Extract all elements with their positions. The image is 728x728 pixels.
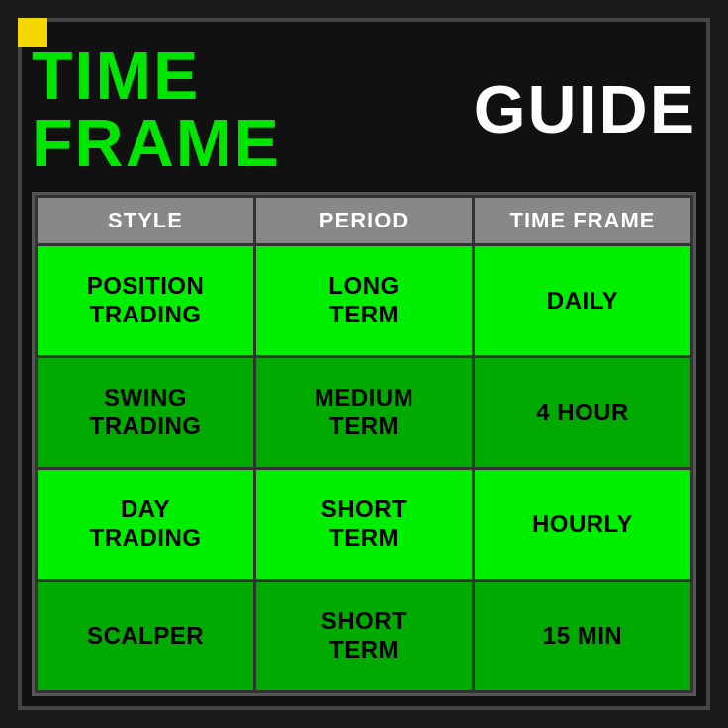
cell-timeframe-2: 4 HOUR [475, 358, 690, 467]
table-row: POSITIONTRADING LONGTERM DAILY [38, 246, 690, 355]
title-row: TIME FRAME GUIDE [32, 32, 696, 184]
cell-style-4: SCALPER [38, 582, 253, 690]
cell-style-1: POSITIONTRADING [38, 246, 253, 355]
main-container: TIME FRAME GUIDE STYLE PERIOD TIME FRAME… [18, 18, 710, 710]
table-row: SCALPER SHORTTERM 15 MIN [38, 582, 690, 690]
cell-style-2: SWINGTRADING [38, 358, 253, 467]
table-row: SWINGTRADING MEDIUMTERM 4 HOUR [38, 358, 690, 467]
title-green: TIME FRAME [32, 42, 458, 176]
cell-period-3: SHORTTERM [256, 470, 472, 579]
cell-period-1: LONGTERM [256, 246, 472, 355]
cell-timeframe-3: HOURLY [475, 470, 690, 579]
title-white: GUIDE [474, 75, 696, 142]
cell-timeframe-1: DAILY [475, 246, 690, 355]
table-body: POSITIONTRADING LONGTERM DAILY SWINGTRAD… [38, 246, 690, 690]
cell-style-3: DAYTRADING [38, 470, 253, 579]
table-wrapper: STYLE PERIOD TIME FRAME POSITIONTRADING … [32, 192, 696, 696]
table-header: STYLE PERIOD TIME FRAME [38, 198, 690, 243]
header-timeframe: TIME FRAME [475, 198, 690, 243]
header-style: STYLE [38, 198, 253, 243]
cell-period-4: SHORTTERM [256, 582, 472, 690]
table-row: DAYTRADING SHORTTERM HOURLY [38, 470, 690, 579]
cell-timeframe-4: 15 MIN [475, 582, 690, 690]
cell-period-2: MEDIUMTERM [256, 358, 472, 467]
header-period: PERIOD [256, 198, 472, 243]
